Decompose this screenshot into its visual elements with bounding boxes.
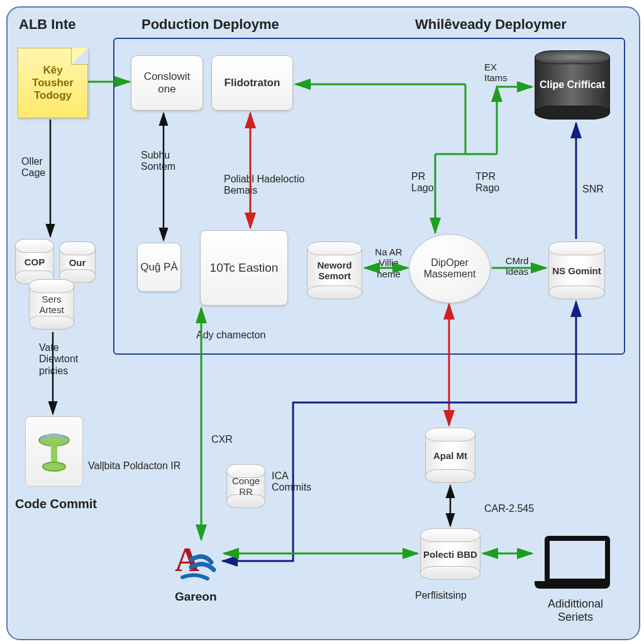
label-na: Na AR Villie heme: [371, 247, 406, 279]
cylinder-neword-label: Neword Semort: [307, 242, 362, 299]
label-additional: Adidittional Seriets: [535, 597, 616, 623]
box-eastion: 10Tc Eastion: [200, 230, 288, 306]
svg-point-2: [43, 462, 65, 471]
box-qug: Quĝ PÀ: [137, 243, 181, 292]
sticky-note: Kêy Tousher Todogy: [18, 48, 88, 118]
cylinder-clipe: Clipe Crifficat: [535, 50, 610, 119]
label-vate: Vate Diewtont pricies: [39, 342, 96, 377]
label-gareon: Gareon: [175, 590, 217, 604]
note-line3: Todogy: [34, 89, 72, 102]
label-ica: ICA Commits: [272, 470, 328, 494]
cylinder-sets: Sers Artest: [29, 279, 74, 330]
sticky-note-text: Kêy Tousher Todogy: [18, 48, 87, 118]
svg-rect-1: [51, 445, 57, 464]
label-cmd: CMrd Ideas: [499, 255, 535, 277]
note-line1: Kêy: [43, 64, 62, 77]
label-code-commit: Code Commit: [15, 497, 97, 511]
cylinder-cop: COP: [15, 239, 54, 284]
box-flidotration: Flidotraton: [211, 55, 293, 111]
label-perf: Perflisitsinp: [415, 590, 467, 601]
cylinder-apal-label: Apal Mt: [425, 428, 475, 483]
label-cxr: CXR: [211, 434, 233, 445]
label-oller: Oller Cage: [21, 156, 59, 179]
cylinder-our-label: Our: [59, 242, 96, 283]
label-valpol: Valļbita Poldacton IR: [88, 460, 180, 472]
gareon-logo-icon: A: [170, 541, 220, 585]
label-snr: SNR: [582, 184, 604, 195]
cylinder-sets-label: Sers Artest: [29, 279, 74, 330]
cylinder-apal: Apal Mt: [425, 428, 475, 483]
title-alb: ALB Inte: [19, 16, 75, 32]
label-poliabl: Poliabl Hadeloctio Bemais: [224, 174, 331, 197]
box-conslowit: Conslowit one: [131, 55, 203, 111]
circle-dipoper: DipOper Massement: [409, 234, 491, 303]
title-whileveady: Whilêveady Deploymer: [415, 16, 567, 32]
label-tpr: TPR Rago: [475, 171, 507, 194]
cylinder-conge-label: Conge RR: [226, 464, 265, 508]
cylinder-conge: Conge RR: [226, 464, 265, 508]
laptop-icon: [535, 536, 610, 592]
cylinder-ns: NS Gomint: [548, 242, 605, 299]
diagram-canvas: ALB Inte Poduction Deployme Whilêveady D…: [0, 0, 644, 644]
cylinder-ns-label: NS Gomint: [548, 242, 605, 299]
label-subhu: Subhu Sontem: [141, 150, 191, 173]
label-ady: Ady chamecton: [196, 330, 265, 341]
cylinder-polecti: Polecti BBD: [420, 528, 480, 580]
cylinder-clipe-label: Clipe Crifficat: [535, 50, 610, 119]
cylinder-cop-label: COP: [15, 239, 54, 284]
title-production: Poduction Deployme: [142, 16, 279, 32]
cylinder-our: Our: [59, 242, 96, 283]
code-commit-icon: [25, 416, 83, 487]
label-car: CAR-2.545: [484, 503, 534, 514]
label-pr: PR Lago: [411, 171, 443, 194]
cylinder-neword: Neword Semort: [307, 242, 362, 299]
label-ex: EX Itams: [484, 62, 516, 84]
note-line2: Tousher: [32, 77, 74, 89]
cylinder-polecti-label: Polecti BBD: [420, 528, 480, 580]
